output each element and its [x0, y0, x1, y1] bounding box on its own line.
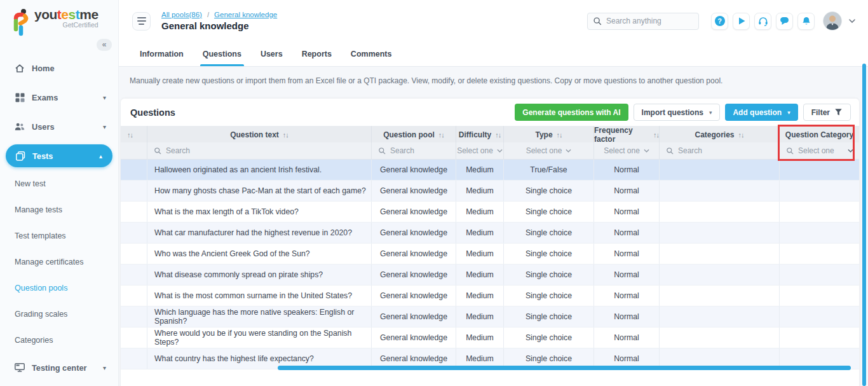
cell-question-category [780, 223, 859, 243]
cell-question-pool: General knowledge [372, 327, 456, 348]
cell-categories [660, 307, 780, 327]
question-pool-page: { "brand": { "word_parts": [ {"text": "y… [0, 0, 868, 386]
menu-toggle-button[interactable] [132, 12, 151, 31]
filter-button[interactable]: Filter [803, 104, 851, 121]
global-search[interactable] [587, 13, 699, 30]
generate-questions-ai-button[interactable]: Generate questions with AI [515, 104, 628, 121]
cell-frequency: Normal [594, 223, 660, 243]
cell-question-category [780, 286, 859, 306]
chevron-down-icon [566, 149, 571, 153]
vertical-scrollbar[interactable] [862, 64, 866, 386]
sidebar-item-question-pools[interactable]: Question pools [0, 275, 118, 301]
table-row[interactable]: Which language has the more native speak… [121, 307, 859, 327]
column-header-difficulty[interactable]: Difficulty↑↓ [456, 126, 504, 144]
cell-difficulty: Medium [456, 244, 504, 264]
tab-questions[interactable]: Questions [203, 42, 241, 66]
cell-question-text: Where would you be if you were standing … [147, 327, 372, 348]
question-text-search-filter[interactable]: Search [147, 142, 372, 159]
column-header-type[interactable]: Type↑↓ [504, 126, 594, 144]
search-icon [786, 147, 794, 155]
import-questions-button[interactable]: Import questions▾ [634, 104, 721, 121]
sidebar-item-label: Tests [32, 151, 53, 161]
add-question-button[interactable]: Add question▾ [725, 104, 797, 121]
search-icon [378, 147, 386, 155]
cell-type: True/False [504, 160, 594, 180]
table-header-row: ↑↓ Question text↑↓ Question pool↑↓ Diffi… [121, 126, 859, 142]
sidebar-item-tests[interactable]: Tests ▴ [6, 144, 112, 167]
tab-comments[interactable]: Comments [351, 42, 392, 66]
table-row[interactable]: What car manufacturer had the highest re… [121, 223, 859, 244]
main-area: All pools(86) / General knowledge Genera… [119, 0, 868, 386]
sidebar-item-label: Testing center [32, 363, 87, 373]
cell-question-category [780, 160, 859, 180]
cell-question-text: Halloween originated as an ancient Irish… [147, 160, 372, 180]
cell-difficulty: Medium [456, 286, 504, 306]
sidebar-collapse-button[interactable]: « [97, 39, 112, 51]
sidebar-item-categories[interactable]: Categories [0, 327, 118, 353]
difficulty-select-filter[interactable]: Select one [456, 142, 504, 159]
global-search-input[interactable] [606, 17, 689, 25]
frequency-factor-select-filter[interactable]: Select one [594, 142, 660, 159]
sidebar-item-grading-scales[interactable]: Grading scales [0, 301, 118, 327]
support-button[interactable] [754, 13, 771, 30]
table-row[interactable]: Halloween originated as an ancient Irish… [121, 160, 859, 181]
table-row[interactable]: How many ghosts chase Pac-Man at the sta… [121, 181, 859, 202]
chevron-down-icon [497, 149, 503, 153]
cell-type: Single choice [504, 286, 594, 306]
horizontal-scrollbar[interactable] [278, 366, 851, 370]
video-tutorials-button[interactable] [733, 13, 750, 30]
column-header-question-category[interactable]: Question Category [780, 126, 859, 144]
table-row[interactable]: What is the max length of a TikTok video… [121, 202, 859, 223]
sidebar-item-manage-tests[interactable]: Manage tests [0, 196, 118, 223]
cell-difficulty: Medium [456, 202, 504, 222]
chevron-down-icon [644, 149, 649, 153]
cell-question-category [780, 265, 859, 285]
youtestme-logo[interactable]: youtestme GetCertified [10, 8, 98, 37]
breadcrumb-current-link[interactable]: General knowledge [214, 11, 277, 18]
cell-difficulty: Medium [456, 327, 504, 348]
headset-icon [758, 17, 768, 26]
sidebar-item-label: Exams [32, 93, 58, 102]
column-header-question-pool[interactable]: Question pool↑↓ [372, 126, 456, 144]
user-avatar[interactable] [823, 11, 842, 31]
cell-frequency: Normal [594, 202, 660, 222]
cell-question-pool: General knowledge [372, 244, 456, 264]
table-row[interactable]: What disease commonly spread on pirate s… [121, 265, 859, 286]
sidebar-item-exams[interactable]: Exams ▾ [0, 83, 118, 112]
table-row[interactable]: Where would you be if you were standing … [121, 327, 859, 348]
sort-all-column[interactable]: ↑↓ [121, 126, 147, 144]
sidebar-item-testing-center[interactable]: Testing center ▾ [0, 353, 118, 382]
tab-information[interactable]: Information [140, 42, 184, 66]
sidebar-item-users[interactable]: Users ▾ [0, 112, 118, 141]
sidebar-item-home[interactable]: Home [0, 53, 118, 83]
type-select-filter[interactable]: Select one [504, 142, 594, 159]
filter-empty-cell [121, 142, 147, 159]
cell-type: Single choice [504, 327, 594, 348]
table-row[interactable]: Who was the Ancient Greek God of the Sun… [121, 244, 859, 265]
breadcrumb-all-pools-link[interactable]: All pools(86) [161, 11, 202, 18]
cell-frequency: Normal [594, 265, 660, 285]
tab-reports[interactable]: Reports [302, 42, 332, 66]
page-description: Manually create new questions or import … [119, 67, 868, 85]
sidebar-item-new-test[interactable]: New test [0, 170, 118, 196]
tab-users[interactable]: Users [261, 42, 283, 66]
question-pool-search-filter[interactable]: Search [372, 142, 456, 159]
notifications-button[interactable] [797, 13, 815, 30]
panel-title: Questions [130, 107, 175, 118]
column-header-question-text[interactable]: Question text↑↓ [147, 126, 372, 144]
sidebar-item-test-templates[interactable]: Test templates [0, 223, 118, 249]
tab-bar: Information Questions Users Reports Comm… [119, 42, 868, 67]
sidebar-item-manage-certificates[interactable]: Manage certificates [0, 249, 118, 275]
table-row[interactable]: What is the most common surname in the U… [121, 286, 859, 307]
chat-button[interactable] [776, 13, 793, 30]
categories-search-filter[interactable]: Search [660, 142, 780, 159]
sidebar: youtestme GetCertified « Home Exams ▾ Us… [0, 0, 119, 386]
cell-categories [660, 202, 780, 222]
column-header-frequency-factor[interactable]: Frequency factor↑↓ [594, 126, 660, 144]
search-icon [154, 147, 161, 155]
sort-icon: ↑↓ [653, 131, 659, 139]
question-category-select-filter[interactable]: Select one [780, 142, 859, 159]
account-chevron-down-icon[interactable] [849, 19, 855, 23]
help-button[interactable]: ? [711, 13, 728, 30]
column-header-categories[interactable]: Categories↑↓ [660, 126, 780, 144]
